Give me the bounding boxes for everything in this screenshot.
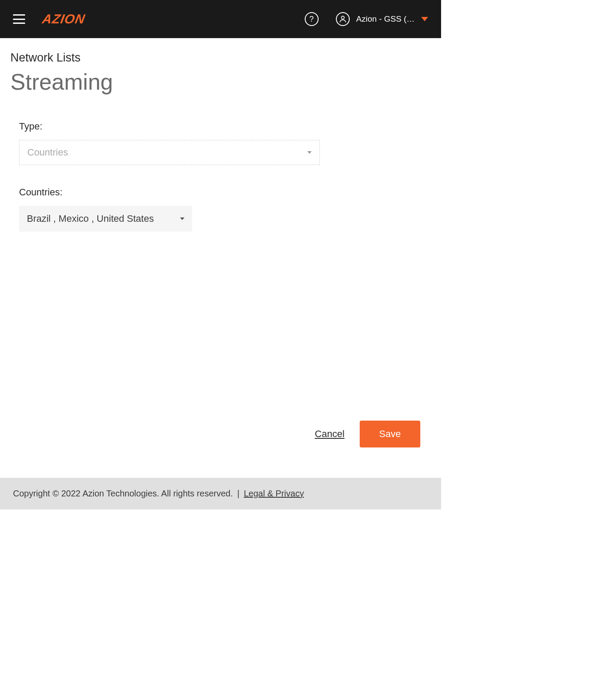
type-label: Type: bbox=[19, 121, 422, 132]
form-section: Type: Countries Countries: Brazil , Mexi… bbox=[10, 121, 431, 232]
help-icon[interactable]: ? bbox=[305, 12, 319, 26]
footer: Copyright © 2022 Azion Technologies. All… bbox=[0, 478, 441, 509]
logo[interactable]: AZION bbox=[41, 12, 86, 26]
header-left: AZION bbox=[13, 12, 85, 26]
action-bar: Cancel Save bbox=[10, 412, 431, 465]
account-dropdown[interactable]: Azion - GSS (… bbox=[336, 12, 428, 26]
cancel-button[interactable]: Cancel bbox=[315, 428, 344, 440]
save-button[interactable]: Save bbox=[360, 421, 420, 447]
breadcrumb[interactable]: Network Lists bbox=[10, 51, 431, 65]
svg-point-0 bbox=[342, 16, 345, 19]
type-select-value: Countries bbox=[27, 147, 68, 158]
main-content: Network Lists Streaming Type: Countries … bbox=[0, 38, 441, 478]
chevron-down-icon bbox=[307, 151, 312, 154]
legal-privacy-link[interactable]: Legal & Privacy bbox=[244, 489, 304, 499]
countries-select[interactable]: Brazil , Mexico , United States bbox=[19, 206, 192, 232]
app-header: AZION ? Azion - GSS (… bbox=[0, 0, 441, 38]
chevron-down-icon bbox=[421, 17, 428, 21]
countries-select-value: Brazil , Mexico , United States bbox=[27, 213, 154, 224]
account-name: Azion - GSS (… bbox=[356, 14, 415, 24]
header-right: ? Azion - GSS (… bbox=[305, 12, 428, 26]
type-select[interactable]: Countries bbox=[19, 140, 320, 165]
page-title: Streaming bbox=[10, 69, 431, 95]
footer-divider: | bbox=[237, 489, 239, 499]
user-icon bbox=[336, 12, 350, 26]
chevron-down-icon bbox=[180, 217, 184, 220]
menu-icon[interactable] bbox=[13, 14, 25, 24]
countries-label: Countries: bbox=[19, 187, 422, 198]
footer-copyright: Copyright © 2022 Azion Technologies. All… bbox=[13, 489, 233, 499]
